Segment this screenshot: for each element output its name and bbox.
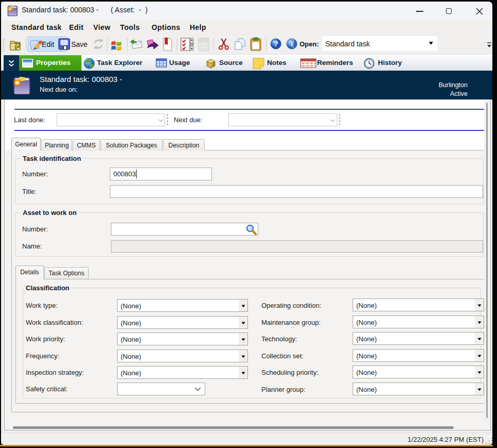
svg-text:?: ? xyxy=(274,40,278,48)
